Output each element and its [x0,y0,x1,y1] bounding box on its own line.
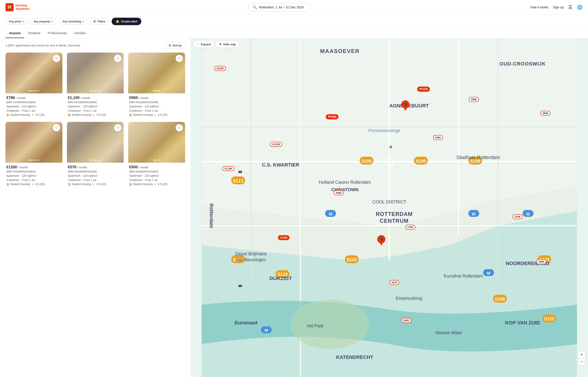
pin-tip [404,108,407,111]
sort-button[interactable]: ⇅ Sort by [165,42,185,49]
price-marker-1250[interactable]: €1,250 [270,142,282,147]
how-it-works-link[interactable]: How it works [530,5,548,9]
expand-button[interactable]: ← Expand [193,41,214,47]
price-marker-780[interactable]: €780 [405,225,415,230]
zoom-in-button[interactable]: + [578,351,585,358]
camera-icon-2[interactable]: 📷 [238,283,242,287]
price-marker-500-e[interactable]: €500 [540,111,550,116]
listing-card-4[interactable]: ♡ €1200 / month (bills included/excluded… [5,122,63,187]
listing-period: / month [138,166,148,169]
search-bar[interactable]: 🔍 Rotterdam, 1 Jul – 31 Dec 2024 [248,3,312,11]
logo[interactable]: H Housing Anywhere [5,3,29,11]
student-tag: 🏠 Student housing [6,183,30,186]
furnishing-filter-button[interactable]: Any furnishing ▾ [59,18,87,25]
tab-professionals[interactable]: Professionals [44,29,71,38]
zoom-out-button[interactable]: − [578,358,585,365]
language-icon[interactable]: 🌐 [577,5,583,10]
hide-map-button[interactable]: 👁 Hide map [216,41,239,47]
listing-from: From 1 Jul [84,109,96,112]
price-marker-900-se[interactable]: €900 [536,259,546,264]
dot-2 [95,90,96,92]
sep3: • [20,178,21,182]
sep3: • [143,109,144,112]
favorite-button-6[interactable]: ♡ [175,124,183,131]
sep1: • [20,174,21,177]
tab-families[interactable]: Families [71,29,90,38]
listing-bills-5: (bills included/excluded) [68,170,123,173]
price-marker-1200-w[interactable]: €1,200 [222,166,235,171]
listing-card-2[interactable]: ♡ €1,100 / month (bills included/exclude… [67,53,124,117]
listing-card-6[interactable]: ♡ €500 / month (bills included/excluded)… [128,122,185,187]
dot-3 [97,90,98,92]
bell-icon: 🔔 [116,20,119,23]
listing-info-2: €1,100 / month (bills included/excluded)… [67,93,124,117]
price-marker-750-e[interactable]: €750 [513,214,523,219]
favorite-button-3[interactable]: ♡ [175,55,183,62]
student-icon: 🏠 [68,114,71,117]
favorite-button-4[interactable]: ♡ [53,124,60,131]
price-filter-label: Any price [9,20,21,23]
price-marker-900-ne[interactable]: €900 [469,97,479,102]
listing-meta-6: 🏠 Student housing ★ 4.5 (10) [129,183,184,186]
listing-size: 120 sqft/m2 [145,174,159,177]
price-marker-450-mid[interactable]: €450 [433,135,443,140]
sep3: • [82,109,83,112]
listing-bills-1: (bills included/excluded) [6,101,62,104]
property-filter-button[interactable]: Any property ▾ [30,18,56,25]
listing-image-6: ♡ [128,122,185,163]
property-filter-label: Any property [33,20,50,23]
listing-details2-3: 3 bedroom • From 1 Jul [129,109,184,112]
listing-card-1[interactable]: ♡ €780 / month (bills included/excluded)… [5,53,63,117]
listing-rating: 4.5 (10) [35,113,44,117]
favorite-button-5[interactable]: ♡ [114,124,121,131]
price-filter-button[interactable]: Any price ▾ [5,18,27,25]
filters-button[interactable]: ⚙ Filters [90,18,109,25]
price-marker-1200-top[interactable]: €1200 [214,66,226,71]
listing-price-2: €1,100 / month [68,96,123,100]
sign-up-link[interactable]: Sign up [553,5,564,9]
museum-icon[interactable]: 🏛 [389,145,392,149]
price-marker-680-heart[interactable]: ❤ €680 [326,114,339,119]
price-filter-chevron: ▾ [23,20,24,23]
price-marker-570[interactable]: €570 [389,280,399,285]
dot-1 [31,160,32,161]
listing-image-1: ♡ [5,53,63,93]
listing-meta-3: 🏠 Student housing ★ 4.5 (10) [129,113,184,117]
tab-anyone[interactable]: Anyone [5,29,24,38]
listing-bills-6: (bills included/excluded) [129,170,184,173]
listing-tag: Student housing [72,113,91,117]
price-marker-450-center[interactable]: €450 [334,190,344,195]
listing-card-5[interactable]: ♡ €570 / month (bills included/excluded)… [67,122,124,187]
image-dots [90,90,100,92]
student-tag: 🏠 Student housing [6,113,30,117]
price-marker-1100-red[interactable]: €1100 [278,235,289,240]
listing-period: / month [138,96,148,100]
pin-marker-school-1[interactable]: 🎓 [401,100,410,111]
dot-3 [97,160,98,161]
dot-1 [92,90,94,92]
listing-image-5: ♡ [67,122,124,163]
menu-icon[interactable]: ☰ [568,5,572,10]
image-dots [90,160,100,161]
furnishing-filter-chevron: ▾ [82,20,84,23]
favorite-button-2[interactable]: ♡ [114,55,121,62]
expand-icon: ← [197,43,200,46]
listing-period: / month [76,166,87,169]
tab-students[interactable]: Students [24,29,44,38]
sep1: • [143,174,144,177]
search-text: Rotterdam, 1 Jul – 31 Dec 2024 [259,5,304,9]
image-dots [29,160,39,161]
price-marker-900-s[interactable]: €900 [401,318,411,323]
listing-size: 120 sqft/m2 [83,174,97,177]
favorite-button-1[interactable]: ♡ [53,55,60,62]
listing-image-2: ♡ [67,53,124,93]
search-icon: 🔍 [252,5,257,9]
listing-card-3[interactable]: ♡ €900 / month (bills included/excluded)… [128,53,185,117]
camera-icon-1[interactable]: 📷 [238,169,242,173]
create-alert-button[interactable]: 🔔 Create alert [112,18,142,25]
pin-marker-school-2[interactable]: 🎓 [377,235,385,246]
results-count: 1,000+ apartments and rooms for rent in … [5,44,80,47]
price-marker-750-heart[interactable]: ❤ €750 [417,87,430,92]
pin-head: 🎓 [401,100,410,108]
listing-details2-1: 3 bedroom • From 1 Jul [6,109,62,112]
